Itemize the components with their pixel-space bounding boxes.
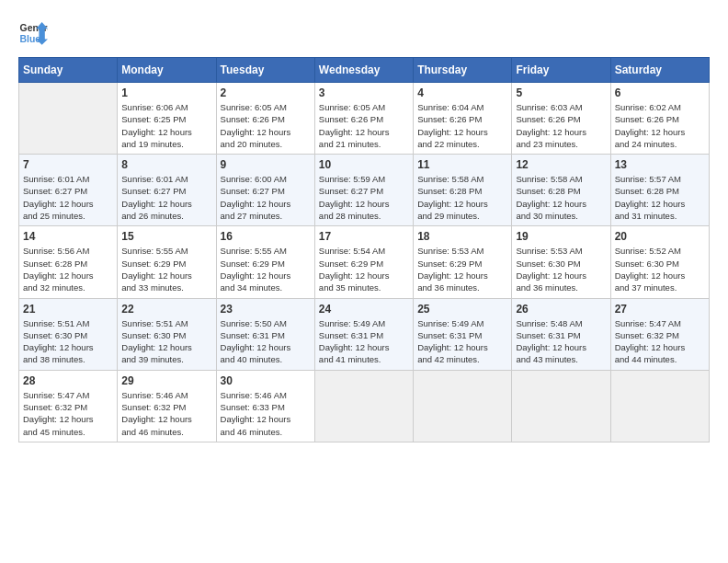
day-number: 14 — [23, 230, 113, 243]
day-info: Sunrise: 5:47 AMSunset: 6:32 PMDaylight:… — [615, 317, 705, 366]
calendar-day-cell: 23Sunrise: 5:50 AMSunset: 6:31 PMDayligh… — [216, 298, 314, 370]
day-number: 20 — [615, 230, 705, 243]
day-info: Sunrise: 5:50 AMSunset: 6:31 PMDaylight:… — [221, 317, 311, 366]
day-info: Sunrise: 6:06 AMSunset: 6:25 PMDaylight:… — [121, 101, 211, 150]
day-number: 30 — [221, 374, 311, 387]
day-info: Sunrise: 6:02 AMSunset: 6:26 PMDaylight:… — [615, 101, 705, 150]
day-info: Sunrise: 5:58 AMSunset: 6:28 PMDaylight:… — [417, 173, 507, 222]
day-info: Sunrise: 5:56 AMSunset: 6:28 PMDaylight:… — [23, 245, 113, 293]
day-number: 13 — [615, 158, 705, 171]
calendar-day-cell — [610, 370, 709, 442]
calendar-week-row: 7Sunrise: 6:01 AMSunset: 6:27 PMDaylight… — [19, 155, 710, 226]
calendar-week-row: 21Sunrise: 5:51 AMSunset: 6:30 PMDayligh… — [19, 298, 710, 370]
weekday-header-cell: Thursday — [414, 58, 512, 83]
day-number: 15 — [121, 230, 211, 243]
day-info: Sunrise: 5:57 AMSunset: 6:28 PMDaylight:… — [615, 173, 705, 222]
calendar-day-cell: 26Sunrise: 5:48 AMSunset: 6:31 PMDayligh… — [512, 298, 610, 370]
day-number: 23 — [221, 303, 311, 316]
day-info: Sunrise: 5:49 AMSunset: 6:31 PMDaylight:… — [417, 317, 507, 366]
day-info: Sunrise: 5:51 AMSunset: 6:30 PMDaylight:… — [23, 317, 113, 366]
day-info: Sunrise: 5:55 AMSunset: 6:29 PMDaylight:… — [121, 245, 211, 293]
weekday-header-cell: Tuesday — [216, 58, 314, 83]
day-number: 18 — [417, 230, 507, 243]
day-info: Sunrise: 5:51 AMSunset: 6:30 PMDaylight:… — [121, 317, 211, 366]
calendar-day-cell: 10Sunrise: 5:59 AMSunset: 6:27 PMDayligh… — [314, 155, 413, 226]
day-info: Sunrise: 5:48 AMSunset: 6:31 PMDaylight:… — [516, 317, 606, 366]
weekday-header-row: SundayMondayTuesdayWednesdayThursdayFrid… — [19, 58, 710, 83]
calendar-day-cell: 27Sunrise: 5:47 AMSunset: 6:32 PMDayligh… — [610, 298, 709, 370]
calendar-day-cell: 7Sunrise: 6:01 AMSunset: 6:27 PMDaylight… — [19, 155, 118, 226]
calendar-day-cell: 18Sunrise: 5:53 AMSunset: 6:29 PMDayligh… — [414, 226, 512, 298]
calendar-day-cell: 13Sunrise: 5:57 AMSunset: 6:28 PMDayligh… — [610, 155, 709, 226]
day-number: 1 — [121, 86, 211, 99]
calendar-day-cell: 22Sunrise: 5:51 AMSunset: 6:30 PMDayligh… — [118, 298, 216, 370]
calendar-day-cell: 14Sunrise: 5:56 AMSunset: 6:28 PMDayligh… — [19, 226, 118, 298]
day-info: Sunrise: 6:01 AMSunset: 6:27 PMDaylight:… — [23, 173, 113, 222]
day-number: 11 — [417, 158, 507, 171]
calendar-day-cell: 9Sunrise: 6:00 AMSunset: 6:27 PMDaylight… — [216, 155, 314, 226]
day-number: 22 — [121, 303, 211, 316]
day-info: Sunrise: 5:55 AMSunset: 6:29 PMDaylight:… — [221, 245, 311, 293]
calendar-week-row: 1Sunrise: 6:06 AMSunset: 6:25 PMDaylight… — [19, 83, 710, 155]
day-number: 25 — [417, 303, 507, 316]
calendar-day-cell: 1Sunrise: 6:06 AMSunset: 6:25 PMDaylight… — [118, 83, 216, 155]
day-number: 16 — [221, 230, 311, 243]
calendar-day-cell: 19Sunrise: 5:53 AMSunset: 6:30 PMDayligh… — [512, 226, 610, 298]
calendar-day-cell: 16Sunrise: 5:55 AMSunset: 6:29 PMDayligh… — [216, 226, 314, 298]
calendar-day-cell: 11Sunrise: 5:58 AMSunset: 6:28 PMDayligh… — [414, 155, 512, 226]
day-number: 9 — [221, 158, 311, 171]
logo-icon: General Blue — [18, 18, 48, 48]
day-info: Sunrise: 5:53 AMSunset: 6:30 PMDaylight:… — [516, 245, 606, 293]
day-number: 4 — [417, 86, 507, 99]
calendar-day-cell — [512, 370, 610, 442]
calendar-day-cell: 30Sunrise: 5:46 AMSunset: 6:33 PMDayligh… — [216, 370, 314, 442]
day-number: 21 — [23, 303, 113, 316]
calendar-day-cell: 5Sunrise: 6:03 AMSunset: 6:26 PMDaylight… — [512, 83, 610, 155]
calendar-day-cell: 21Sunrise: 5:51 AMSunset: 6:30 PMDayligh… — [19, 298, 118, 370]
svg-text:Blue: Blue — [20, 34, 41, 44]
weekday-header-cell: Monday — [118, 58, 216, 83]
day-number: 7 — [23, 158, 113, 171]
day-number: 3 — [319, 86, 409, 99]
day-number: 5 — [516, 86, 606, 99]
day-number: 27 — [615, 303, 705, 316]
day-number: 12 — [516, 158, 606, 171]
weekday-header-cell: Saturday — [610, 58, 709, 83]
calendar-day-cell — [314, 370, 413, 442]
day-number: 26 — [516, 303, 606, 316]
calendar-day-cell — [414, 370, 512, 442]
day-number: 19 — [516, 230, 606, 243]
calendar-day-cell: 17Sunrise: 5:54 AMSunset: 6:29 PMDayligh… — [314, 226, 413, 298]
weekday-header-cell: Sunday — [19, 58, 118, 83]
day-number: 24 — [319, 303, 409, 316]
calendar-week-row: 14Sunrise: 5:56 AMSunset: 6:28 PMDayligh… — [19, 226, 710, 298]
day-info: Sunrise: 5:46 AMSunset: 6:33 PMDaylight:… — [221, 389, 311, 438]
day-info: Sunrise: 6:01 AMSunset: 6:27 PMDaylight:… — [121, 173, 211, 222]
day-info: Sunrise: 5:54 AMSunset: 6:29 PMDaylight:… — [319, 245, 409, 293]
calendar-day-cell: 28Sunrise: 5:47 AMSunset: 6:32 PMDayligh… — [19, 370, 118, 442]
day-info: Sunrise: 5:46 AMSunset: 6:32 PMDaylight:… — [121, 389, 211, 438]
calendar-day-cell: 4Sunrise: 6:04 AMSunset: 6:26 PMDaylight… — [414, 83, 512, 155]
day-info: Sunrise: 5:59 AMSunset: 6:27 PMDaylight:… — [319, 173, 409, 222]
day-info: Sunrise: 5:58 AMSunset: 6:28 PMDaylight:… — [516, 173, 606, 222]
calendar-week-row: 28Sunrise: 5:47 AMSunset: 6:32 PMDayligh… — [19, 370, 710, 442]
day-info: Sunrise: 5:53 AMSunset: 6:29 PMDaylight:… — [417, 245, 507, 293]
day-info: Sunrise: 6:04 AMSunset: 6:26 PMDaylight:… — [417, 101, 507, 150]
day-number: 28 — [23, 374, 113, 387]
day-info: Sunrise: 5:47 AMSunset: 6:32 PMDaylight:… — [23, 389, 113, 438]
day-number: 29 — [121, 374, 211, 387]
day-info: Sunrise: 5:49 AMSunset: 6:31 PMDaylight:… — [319, 317, 409, 366]
calendar-body: 1Sunrise: 6:06 AMSunset: 6:25 PMDaylight… — [19, 83, 710, 442]
calendar-day-cell: 24Sunrise: 5:49 AMSunset: 6:31 PMDayligh… — [314, 298, 413, 370]
day-info: Sunrise: 6:03 AMSunset: 6:26 PMDaylight:… — [516, 101, 606, 150]
day-number: 2 — [221, 86, 311, 99]
calendar-day-cell: 29Sunrise: 5:46 AMSunset: 6:32 PMDayligh… — [118, 370, 216, 442]
calendar-day-cell: 6Sunrise: 6:02 AMSunset: 6:26 PMDaylight… — [610, 83, 709, 155]
calendar-table: SundayMondayTuesdayWednesdayThursdayFrid… — [18, 57, 710, 442]
calendar-day-cell: 12Sunrise: 5:58 AMSunset: 6:28 PMDayligh… — [512, 155, 610, 226]
logo: General Blue — [18, 18, 48, 48]
page-header: General Blue — [18, 18, 710, 48]
weekday-header-cell: Wednesday — [314, 58, 413, 83]
day-info: Sunrise: 6:05 AMSunset: 6:26 PMDaylight:… — [221, 101, 311, 150]
day-number: 17 — [319, 230, 409, 243]
